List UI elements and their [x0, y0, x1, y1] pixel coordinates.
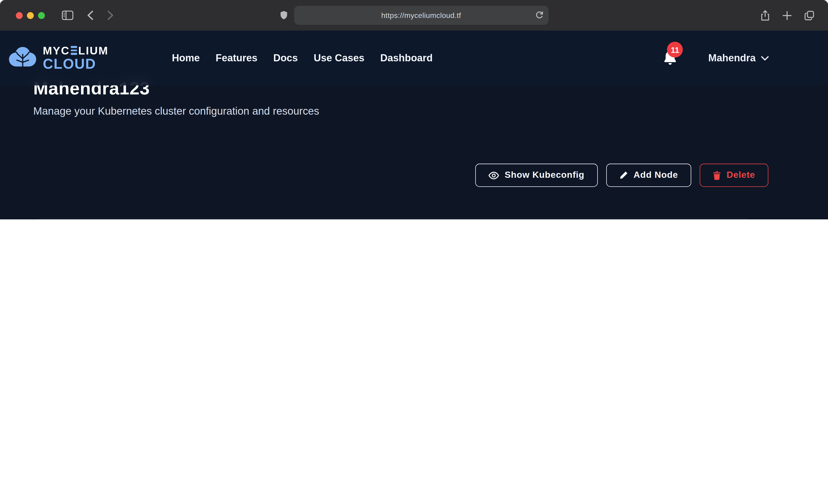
show-kubeconfig-label: Show Kubeconfig	[505, 170, 584, 180]
browser-window: https://myceliumcloud.tf	[0, 0, 828, 219]
zoom-window-button[interactable]	[38, 12, 45, 19]
close-window-button[interactable]	[16, 12, 23, 19]
new-tab-icon[interactable]	[783, 11, 791, 20]
logo-text-line2: CLOUD	[43, 57, 109, 71]
trash-icon	[713, 171, 721, 180]
user-menu[interactable]: Mahendra	[708, 52, 769, 64]
pencil-icon	[619, 171, 628, 180]
nav-link-dashboard[interactable]: Dashboard	[380, 52, 433, 64]
browser-chrome: https://myceliumcloud.tf	[0, 0, 828, 31]
brand-logo[interactable]: MYCLIUM CLOUD	[8, 45, 109, 71]
page-subtitle: Manage your Kubernetes cluster configura…	[33, 105, 795, 117]
show-kubeconfig-button[interactable]: Show Kubeconfig	[475, 164, 597, 187]
forward-icon[interactable]	[107, 10, 114, 20]
chevron-down-icon	[761, 55, 769, 60]
share-icon[interactable]	[760, 10, 770, 21]
cluster-actions: Show Kubeconfig Add Node Delete	[33, 164, 769, 187]
add-node-label: Add Node	[633, 170, 678, 180]
main-nav: Home Features Docs Use Cases Dashboard	[172, 52, 433, 64]
add-node-button[interactable]: Add Node	[606, 164, 691, 187]
nav-link-use-cases[interactable]: Use Cases	[314, 52, 365, 64]
eye-icon	[488, 171, 499, 179]
user-name: Mahendra	[708, 52, 756, 64]
nav-link-docs[interactable]: Docs	[273, 52, 298, 64]
back-icon[interactable]	[87, 10, 93, 20]
url-text: https://myceliumcloud.tf	[381, 11, 461, 19]
delete-cluster-label: Delete	[727, 170, 755, 180]
top-navbar: MYCLIUM CLOUD Home Features Docs Use Cas…	[0, 31, 828, 85]
minimize-window-button[interactable]	[27, 12, 34, 19]
sidebar-toggle-icon[interactable]	[62, 10, 74, 20]
notifications-button[interactable]: 11	[663, 50, 677, 66]
nav-link-home[interactable]: Home	[172, 52, 200, 64]
mycelium-cloud-logo-icon	[8, 46, 37, 70]
scale-wrapper: https://myceliumcloud.tf	[0, 0, 828, 219]
url-bar[interactable]: https://myceliumcloud.tf	[294, 6, 548, 25]
privacy-shield-icon[interactable]	[280, 10, 288, 20]
logo-text-line1: MYCLIUM	[43, 45, 109, 56]
logo-letter-e-bars	[71, 46, 77, 55]
cluster-details-panel: Project Name Mahendra123 CPU 4 Created 1…	[34, 218, 752, 219]
tab-overview-icon[interactable]	[804, 10, 815, 20]
reload-icon[interactable]	[535, 11, 543, 19]
notification-count-badge: 11	[667, 42, 683, 58]
nav-link-features[interactable]: Features	[215, 52, 257, 64]
traffic-lights	[16, 12, 45, 19]
delete-cluster-button[interactable]: Delete	[700, 164, 769, 187]
page-body: MYCLIUM CLOUD Home Features Docs Use Cas…	[0, 31, 828, 219]
main-content: Mahendra123 Manage your Kubernetes clust…	[0, 78, 828, 219]
